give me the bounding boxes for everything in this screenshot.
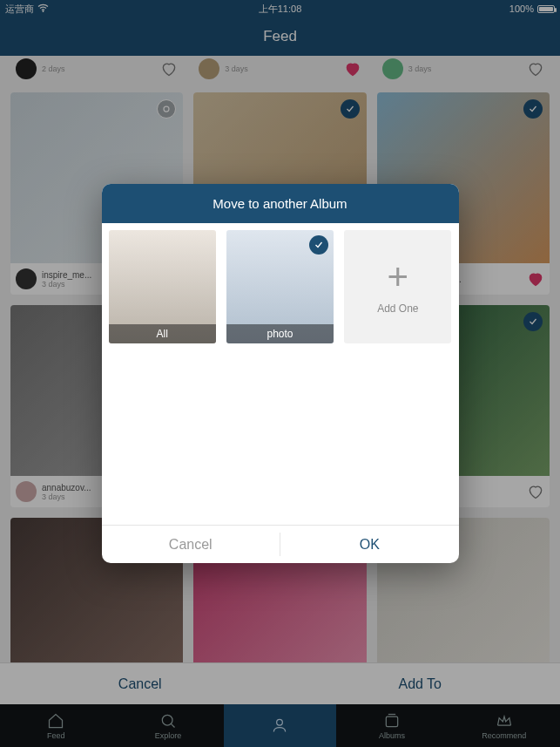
check-icon bbox=[309, 235, 328, 255]
dialog-ok-button[interactable]: OK bbox=[280, 526, 459, 563]
modal-overlay: Move to another Album All photo + Add On… bbox=[0, 0, 560, 747]
dialog-actions: Cancel OK bbox=[102, 525, 459, 563]
album-label: photo bbox=[226, 324, 334, 343]
album-list: All photo + Add One bbox=[102, 223, 459, 350]
add-one-label: Add One bbox=[377, 302, 418, 315]
album-all[interactable]: All bbox=[109, 230, 216, 343]
dialog-cancel-button[interactable]: Cancel bbox=[102, 526, 280, 563]
album-photo[interactable]: photo bbox=[226, 230, 334, 343]
album-add-one[interactable]: + Add One bbox=[344, 230, 451, 343]
album-label: All bbox=[109, 324, 216, 343]
dialog-title: Move to another Album bbox=[102, 184, 459, 223]
move-album-dialog: Move to another Album All photo + Add On… bbox=[102, 184, 459, 563]
plus-icon: + bbox=[388, 259, 409, 295]
